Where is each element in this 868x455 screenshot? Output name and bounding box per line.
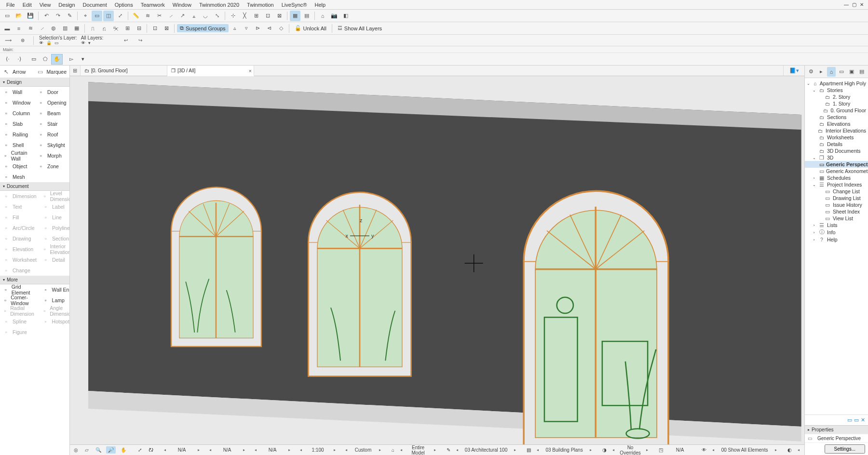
nav-tab-view-icon[interactable]: ▭ <box>837 67 846 77</box>
sb-next-9[interactable]: ▸ <box>645 448 649 452</box>
viewport-3d[interactable]: z xy <box>70 76 804 444</box>
section-design[interactable]: Design <box>0 78 69 87</box>
sb-scale[interactable]: 1:100 <box>306 447 330 453</box>
tab-ground-floor[interactable]: 🗀 [0. Ground Floor] <box>81 66 167 76</box>
tree-action-3-icon[interactable]: ✕ <box>861 417 865 423</box>
fillet-icon[interactable]: ◡ <box>200 11 211 21</box>
expand-4-icon[interactable]: ⊲ <box>264 23 275 34</box>
history-back-icon[interactable]: ↩ <box>121 35 131 46</box>
sb-prev-8[interactable]: ◂ <box>536 448 540 452</box>
tree-lists[interactable]: ›☰Lists <box>805 222 868 228</box>
sb-eye-icon[interactable]: 👁 <box>700 446 708 454</box>
tree-details[interactable]: 🗀Details <box>805 141 868 147</box>
tool-door[interactable]: ▫Door <box>35 87 69 97</box>
nav-tab-pub-icon[interactable]: ▤ <box>857 67 866 77</box>
tool-mesh[interactable]: ▫Mesh <box>0 172 35 182</box>
intersect-icon[interactable]: ⟁ <box>189 11 199 21</box>
sb-custom[interactable]: Custom <box>351 447 375 453</box>
save-icon[interactable]: 💾 <box>25 11 36 21</box>
sb-prev-1[interactable]: ◂ <box>163 448 167 452</box>
tool-corner-window[interactable]: ▫Corner-Window <box>0 295 40 306</box>
sb-next-4[interactable]: ▸ <box>333 448 337 452</box>
sb-next-8[interactable]: ▸ <box>589 448 593 452</box>
tree-sections[interactable]: 🗀Sections <box>805 114 868 120</box>
sb-building-plans[interactable]: 03 Building Plans <box>542 447 586 453</box>
nav-tab-layout-icon[interactable]: ▣ <box>847 67 856 77</box>
sb-pen-icon[interactable]: ✎ <box>445 446 452 454</box>
tree-sheetindex[interactable]: ▭Sheet Index <box>805 208 868 215</box>
expand-5-icon[interactable]: ◇ <box>276 23 286 34</box>
sb-zoom-icon[interactable]: 🔍 <box>94 446 103 454</box>
align-2-icon[interactable]: ⎌ <box>99 23 109 34</box>
align-4-icon[interactable]: ⊞ <box>122 23 133 34</box>
tool-shell[interactable]: ▫Shell <box>0 140 35 150</box>
tree-changelist[interactable]: ▭Change List <box>805 188 868 195</box>
tab-close-icon[interactable]: × <box>249 68 252 74</box>
sb-prev-6[interactable]: ◂ <box>399 448 403 452</box>
tree-stories[interactable]: ⌄🗀Stories <box>805 87 868 94</box>
tool-wall-end[interactable]: ▫Wall End <box>40 284 70 295</box>
sb-prev-5[interactable]: ◂ <box>344 448 348 452</box>
menu-edit[interactable]: Edit <box>19 1 35 9</box>
layer-e-icon[interactable]: ◍ <box>48 23 59 34</box>
view-section-icon[interactable]: ◧ <box>340 11 351 21</box>
cursor-mode-3-icon[interactable]: ◫ <box>103 11 114 21</box>
nav-rect-icon[interactable]: ▭ <box>28 54 40 65</box>
layer-g-icon[interactable]: ▦ <box>71 23 82 34</box>
sel-filter-icon[interactable]: ⊛ <box>17 35 28 46</box>
menu-livesync[interactable]: LiveSync® <box>278 1 311 9</box>
layer-d-icon[interactable]: ⟋ <box>37 23 47 34</box>
tree-elevations[interactable]: 🗀Elevations <box>805 120 868 127</box>
tree-story-2[interactable]: 🗀2. Story <box>805 94 868 100</box>
window-minimize-icon[interactable]: — <box>843 2 850 7</box>
layer-b-icon[interactable]: ≡ <box>14 23 24 34</box>
window-maximize-icon[interactable]: ▢ <box>851 2 857 7</box>
sb-override-icon[interactable]: ◑ <box>600 446 609 454</box>
pick-icon[interactable]: ✎ <box>64 11 75 21</box>
cursor-mode-2-icon[interactable]: ▭ <box>92 11 102 21</box>
undo-icon[interactable]: ↶ <box>41 11 52 21</box>
section-document[interactable]: Document <box>0 182 69 191</box>
group-1-icon[interactable]: ⊡ <box>149 23 160 34</box>
nav-cursor-dropdown-icon[interactable]: ▾ <box>77 54 89 65</box>
guide-icon[interactable]: ▤ <box>301 11 312 21</box>
trim-icon[interactable]: ✂ <box>154 11 164 21</box>
show-all-layers-button[interactable]: ☲ Show All Layers <box>335 24 385 32</box>
properties-settings-button[interactable]: Settings... <box>825 444 865 454</box>
tree-3d[interactable]: ⌄❒3D <box>805 154 868 161</box>
tree-story-0[interactable]: 🗀0. Ground Floor <box>805 107 868 114</box>
tool-object[interactable]: ▫Object <box>0 161 35 172</box>
tool-slab[interactable]: ▫Slab <box>0 119 35 129</box>
sb-prev-7[interactable]: ◂ <box>455 448 459 452</box>
split-icon[interactable]: ⟋ <box>165 11 176 21</box>
sb-refresh-icon[interactable]: 🗘 <box>147 446 155 454</box>
sb-plan-icon[interactable]: ▤ <box>525 446 533 454</box>
nav-hand-icon[interactable]: ✋ <box>51 54 63 65</box>
align-5-icon[interactable]: ⊟ <box>134 23 144 34</box>
snap-3-icon[interactable]: ⊞ <box>251 11 261 21</box>
expand-2-icon[interactable]: ▿ <box>241 23 252 34</box>
tab-3d-all[interactable]: ❒ [3D / All] × <box>167 66 254 76</box>
properties-header[interactable]: Properties <box>805 425 868 434</box>
sb-prev-2[interactable]: ◂ <box>208 448 212 452</box>
all-layers-lock-icon[interactable]: ▾ <box>88 41 91 45</box>
tree-worksheets[interactable]: 🗀Worksheets <box>805 134 868 141</box>
sb-shading-icon[interactable]: ◐ <box>786 446 794 454</box>
tool-stair[interactable]: ▫Stair <box>35 119 69 129</box>
snap-2-icon[interactable]: ╳ <box>239 11 250 21</box>
sb-na4-icon[interactable]: ◳ <box>657 446 665 454</box>
suspend-groups-button[interactable]: ⧉ Suspend Groups <box>177 24 229 32</box>
sb-next-6[interactable]: ▸ <box>433 448 437 452</box>
snap-1-icon[interactable]: ⊹ <box>228 11 238 21</box>
nav-prev-icon[interactable]: ⟨· <box>2 54 14 65</box>
menu-help[interactable]: Help <box>311 1 329 9</box>
cursor-mode-4-icon[interactable]: ⤢ <box>115 11 125 21</box>
cursor-mode-1-icon[interactable]: ⌖ <box>80 11 91 21</box>
tree-issuehist[interactable]: ▭Issue History <box>805 201 868 208</box>
menu-view[interactable]: View <box>36 1 54 9</box>
selections-layer-wire-icon[interactable]: ▭ <box>54 41 59 45</box>
sb-next-2[interactable]: ▸ <box>242 448 246 452</box>
tool-column[interactable]: ▫Column <box>0 108 35 119</box>
menu-window[interactable]: Window <box>169 1 195 9</box>
sb-hand-icon[interactable]: ✋ <box>119 446 128 454</box>
